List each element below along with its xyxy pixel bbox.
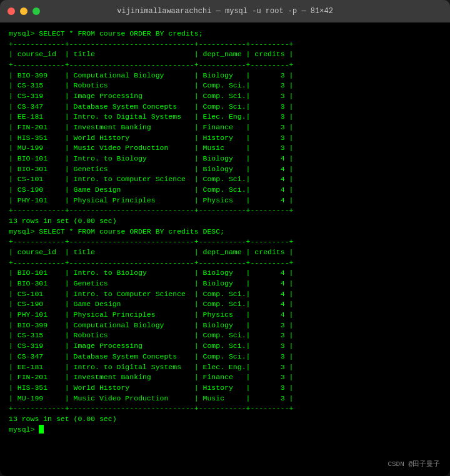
terminal-line: +------------+--------------------------… — [9, 258, 441, 269]
terminal-line: | course_id | title | dept_name | credit… — [9, 247, 441, 258]
terminal-line: | MU-199 | Music Video Production | Musi… — [9, 394, 441, 404]
terminal-line: | BIO-399 | Computational Biology | Biol… — [9, 320, 441, 331]
terminal-line: | EE-181 | Intro. to Digital Systems | E… — [9, 112, 441, 122]
terminal-line: | PHY-101 | Physical Principles | Physic… — [9, 196, 441, 206]
watermark: CSDN @田子曼子 — [388, 459, 440, 469]
terminal-line: | BIO-101 | Intro. to Biology | Biology … — [9, 268, 441, 279]
terminal-line: | BIO-101 | Intro. to Biology | Biology … — [9, 154, 441, 164]
terminal-line: mysql> SELECT * FROM course ORDER BY cre… — [9, 227, 441, 237]
minimize-button[interactable] — [20, 7, 28, 15]
terminal-line: 13 rows in set (0.00 sec) — [9, 216, 441, 227]
terminal-line: | CS-190 | Game Design | Comp. Sci.| 4 | — [9, 299, 441, 310]
terminal-window: vijinimallawaarachchi — mysql -u root -p… — [0, 0, 450, 476]
terminal-line: mysql> SELECT * FROM course ORDER BY cre… — [9, 29, 441, 39]
terminal-line: | HIS-351 | World History | History | 3 … — [9, 383, 441, 394]
cursor — [39, 425, 44, 434]
terminal-line: 13 rows in set (0.00 sec) — [9, 414, 441, 425]
terminal-line: | PHY-101 | Physical Principles | Physic… — [9, 310, 441, 320]
terminal-line: | CS-319 | Image Processing | Comp. Sci.… — [9, 91, 441, 102]
terminal-line: +------------+--------------------------… — [9, 404, 441, 414]
terminal-line: | CS-315 | Robotics | Comp. Sci.| 3 | — [9, 81, 441, 91]
terminal-line: | CS-101 | Intro. to Computer Science | … — [9, 289, 441, 300]
window-title: vijinimallawaarachchi — mysql -u root -p… — [117, 7, 333, 16]
terminal-line: | BIO-301 | Genetics | Biology | 4 | — [9, 279, 441, 289]
terminal-body[interactable]: mysql> SELECT * FROM course ORDER BY cre… — [0, 22, 450, 476]
terminal-line: | CS-319 | Image Processing | Comp. Sci.… — [9, 341, 441, 352]
terminal-line: | BIO-399 | Computational Biology | Biol… — [9, 71, 441, 81]
terminal-line: | FIN-201 | Investment Banking | Finance… — [9, 122, 441, 133]
traffic-lights — [8, 7, 40, 15]
terminal-line: | MU-199 | Music Video Production | Musi… — [9, 143, 441, 154]
close-button[interactable] — [8, 7, 15, 15]
terminal-line: | HIS-351 | World History | History | 3 … — [9, 133, 441, 144]
terminal-line: +------------+--------------------------… — [9, 60, 441, 71]
terminal-line: | course_id | title | dept_name | credit… — [9, 49, 441, 60]
terminal-line: mysql> — [9, 425, 441, 435]
terminal-line: | CS-347 | Database System Concepts | Co… — [9, 102, 441, 112]
terminal-line: +------------+--------------------------… — [9, 237, 441, 247]
terminal-line: +------------+--------------------------… — [9, 206, 441, 216]
maximize-button[interactable] — [32, 7, 40, 15]
terminal-line: | CS-190 | Game Design | Comp. Sci.| 4 | — [9, 185, 441, 196]
titlebar: vijinimallawaarachchi — mysql -u root -p… — [0, 0, 450, 22]
terminal-line: | CS-315 | Robotics | Comp. Sci.| 3 | — [9, 330, 441, 341]
terminal-line: | CS-101 | Intro. to Computer Science | … — [9, 174, 441, 185]
terminal-line: | EE-181 | Intro. to Digital Systems | E… — [9, 362, 441, 373]
terminal-line: | BIO-301 | Genetics | Biology | 4 | — [9, 164, 441, 175]
terminal-line: | FIN-201 | Investment Banking | Finance… — [9, 372, 441, 383]
terminal-line: +------------+--------------------------… — [9, 39, 441, 50]
terminal-line: | CS-347 | Database System Concepts | Co… — [9, 352, 441, 362]
